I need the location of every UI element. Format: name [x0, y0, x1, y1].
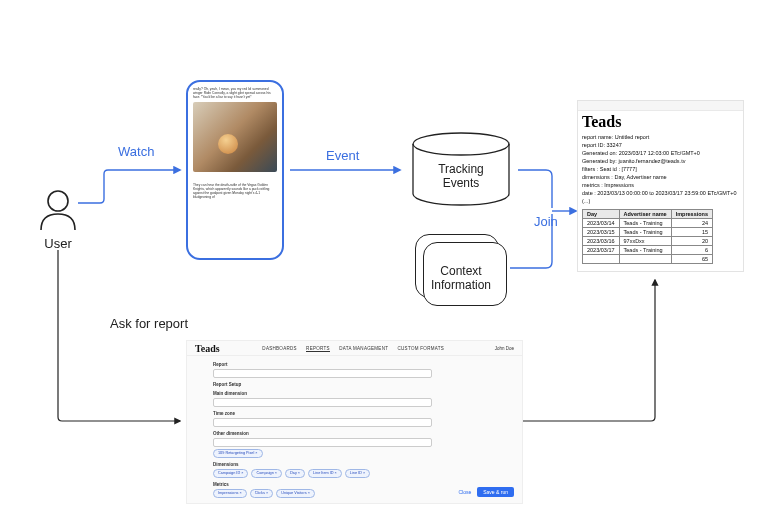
dimension-chips: Campaign ID × Campaign × Day × Line Item… [213, 469, 432, 478]
user-node: User [28, 188, 88, 251]
chip[interactable]: Clicks × [250, 489, 273, 498]
phone-caption [193, 175, 277, 179]
svg-point-1 [413, 133, 509, 155]
table-row: 65 [583, 255, 713, 264]
th: Day [583, 210, 620, 219]
main-dimension-input[interactable] [213, 398, 432, 407]
spreadsheet-column-ruler [578, 101, 743, 111]
field-label: Time zone [213, 411, 432, 416]
tracking-events-node: TrackingEvents [405, 132, 517, 210]
edge-join-label: Join [534, 214, 558, 229]
timezone-input[interactable] [213, 418, 432, 427]
user-label: User [28, 236, 88, 251]
meta-line: Generated on: 2023/03/17 12:03:00 ETc/GM… [582, 149, 739, 157]
nav-item[interactable]: CUSTOM FORMATS [398, 346, 445, 351]
meta-line: report name: Untitled report [582, 133, 739, 141]
form-section: Report Setup [213, 382, 432, 387]
field-label: Main dimension [213, 391, 432, 396]
nav-item[interactable]: DATA MANAGEMENT [339, 346, 388, 351]
form-brand: Teads [195, 343, 220, 354]
th: Impressions [671, 210, 712, 219]
phone-mock: really? Oh, yeah, I mean, you my red lol… [186, 80, 284, 260]
field-label: Metrics [213, 482, 432, 487]
chip[interactable]: Day × [285, 469, 305, 478]
chip[interactable]: 109 Retargeting Pixel × [213, 449, 263, 458]
table-row: 2023/03/1697xxDxx20 [583, 237, 713, 246]
table-row: 2023/03/14Teads - Training24 [583, 219, 713, 228]
edge-event-label: Event [326, 148, 359, 163]
close-button[interactable]: Close [458, 489, 471, 495]
metric-chips: Impressions × Clicks × Unique Visitors × [213, 489, 432, 498]
spreadsheet-table: Day Advertiser name Impressions 2023/03/… [582, 209, 713, 264]
edge-ask-label: Ask for report [110, 316, 188, 331]
save-run-button[interactable]: Save & run [477, 487, 514, 497]
report-form-mock: Teads DASHBOARDS REPORTS DATA MANAGEMENT… [186, 340, 523, 504]
meta-line: date : 2023/03/13 00:00:00 to 2023/03/17… [582, 189, 739, 205]
table-row: 2023/03/17Teads - Training6 [583, 246, 713, 255]
nav-item[interactable]: REPORTS [306, 346, 330, 352]
form-nav: DASHBOARDS REPORTS DATA MANAGEMENT CUSTO… [262, 346, 452, 351]
tracking-events-label: TrackingEvents [405, 162, 517, 190]
phone-hero-image [193, 102, 277, 172]
chip[interactable]: Campaign × [251, 469, 282, 478]
chip[interactable]: Impressions × [213, 489, 247, 498]
spreadsheet-meta: report name: Untitled report report ID: … [578, 131, 743, 207]
phone-bottom-text: They can hear the death-rattle of the Ve… [193, 183, 277, 199]
spreadsheet-brand: Teads [578, 111, 743, 131]
chip[interactable]: Campaign ID × [213, 469, 248, 478]
context-info-label: ContextInformation [405, 264, 517, 292]
svg-point-0 [48, 191, 68, 211]
chip[interactable]: Line Item ID × [308, 469, 342, 478]
meta-line: dimensions : Day, Advertiser name [582, 173, 739, 181]
meta-line: report ID: 33247 [582, 141, 739, 149]
user-icon [37, 188, 79, 230]
meta-line: Generated by: juanito.fernandez@teads.tv [582, 157, 739, 165]
table-row: 2023/03/15Teads - Training15 [583, 228, 713, 237]
phone-top-text: really? Oh, yeah, I mean, you my red lol… [193, 87, 277, 99]
report-name-input[interactable] [213, 369, 432, 378]
nav-item[interactable]: DASHBOARDS [262, 346, 297, 351]
form-user[interactable]: John Doe [495, 346, 514, 351]
form-topbar: Teads DASHBOARDS REPORTS DATA MANAGEMENT… [187, 341, 522, 356]
spreadsheet-output: Teads report name: Untitled report repor… [577, 100, 744, 272]
field-label: Other dimension [213, 431, 432, 436]
diagram-canvas: User Watch Event Join Ask for report rea… [0, 0, 768, 521]
chip[interactable]: Line ID × [345, 469, 370, 478]
meta-line: metrics : Impressions [582, 181, 739, 189]
meta-line: filters : Seat id : [7777] [582, 165, 739, 173]
context-info-node: ContextInformation [405, 228, 517, 314]
chip[interactable]: Unique Visitors × [276, 489, 315, 498]
form-section: Report [213, 362, 432, 367]
field-label: Dimensions [213, 462, 432, 467]
svg-rect-2 [578, 101, 743, 111]
other-dimension-input[interactable] [213, 438, 432, 447]
edge-watch-label: Watch [118, 144, 154, 159]
th: Advertiser name [619, 210, 671, 219]
